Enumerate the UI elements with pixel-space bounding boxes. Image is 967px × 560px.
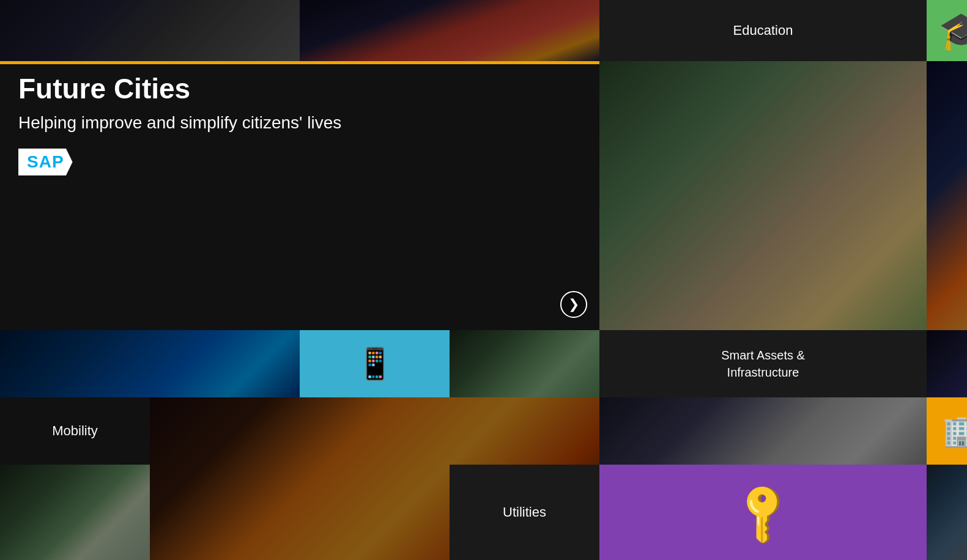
tile-london[interactable] <box>300 0 599 61</box>
tile-education-label[interactable]: Education <box>599 0 927 61</box>
tile-utilities-label[interactable]: Utilities <box>450 465 599 560</box>
smart-assets-text: Smart Assets & Infrastructure <box>721 347 805 381</box>
tile-analytics-label-area[interactable] <box>927 330 967 397</box>
building-icon: 🏢 <box>943 413 968 449</box>
tile-building-icon[interactable]: 🏢 <box>927 397 967 465</box>
tile-blue-bridge[interactable] <box>0 330 300 397</box>
mobile-phone-icon: 📱 <box>356 346 394 381</box>
tile-traffic[interactable] <box>599 397 927 465</box>
hero-title: Future Cities <box>18 73 341 105</box>
hero-content: Future Cities Helping improve and simpli… <box>18 73 341 175</box>
sap-logo: SAP <box>18 149 341 175</box>
hero-subtitle: Helping improve and simplify citizens' l… <box>18 112 341 134</box>
tile-hero-future-cities[interactable]: Future Cities Helping improve and simpli… <box>0 61 599 330</box>
hero-accent-bar <box>0 61 599 64</box>
mobility-label: Mobility <box>52 423 98 439</box>
tile-analytics-city-night[interactable]: Analytics <box>927 61 967 330</box>
graduation-cap-icon: 🎓 <box>938 9 967 53</box>
key-tool-icon: 🔑 <box>727 476 800 549</box>
main-grid: Education 🎓 Future Cities Helping improv… <box>0 0 967 560</box>
tile-woman-tablet[interactable] <box>599 61 927 330</box>
tile-cyclists[interactable] <box>0 465 150 560</box>
tile-crowd-city[interactable] <box>0 0 300 61</box>
tile-wind-turbines[interactable] <box>450 330 599 397</box>
sap-logo-box: SAP <box>18 149 73 175</box>
education-label: Education <box>733 23 793 39</box>
tile-tool-icon-purple[interactable]: 🔑 <box>599 465 927 560</box>
tile-bridge-steel[interactable] <box>927 465 967 560</box>
tile-mobile-icon[interactable]: 📱 <box>300 330 450 397</box>
sap-logo-text: SAP <box>27 152 64 171</box>
utilities-label: Utilities <box>503 504 546 520</box>
next-button[interactable]: ❯ <box>560 291 587 318</box>
tile-education-icon[interactable]: 🎓 <box>927 0 967 61</box>
tile-smart-assets-label[interactable]: Smart Assets & Infrastructure <box>599 330 927 397</box>
tile-mobility-label[interactable]: Mobility <box>0 397 150 465</box>
